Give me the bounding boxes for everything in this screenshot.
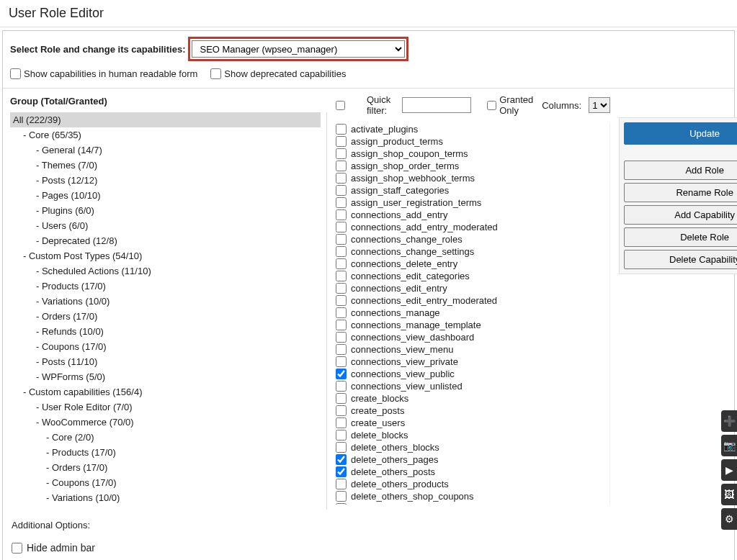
group-item[interactable]: Pages (10/10) [10, 188, 321, 203]
capability-checkbox[interactable] [336, 283, 347, 294]
capability-checkbox[interactable] [336, 430, 347, 441]
capability-checkbox[interactable] [336, 442, 347, 453]
role-select-label: Select Role and change its capabilities: [10, 44, 185, 55]
capability-row: connections_manage_template [336, 319, 604, 331]
capability-checkbox[interactable] [336, 393, 347, 404]
capability-label: assign_user_registration_terms [351, 197, 481, 208]
group-item[interactable]: Variations (10/0) [10, 294, 321, 309]
dock-icon[interactable]: ➕ [721, 410, 737, 432]
group-item[interactable]: Posts (11/10) [10, 354, 321, 369]
group-item[interactable]: Custom Post Types (54/10) [10, 248, 321, 263]
capability-checkbox[interactable] [336, 503, 347, 505]
group-item[interactable]: Products (17/0) [10, 445, 321, 460]
group-item[interactable]: Coupons (17/0) [10, 339, 321, 354]
group-header: Group (Total/Granted) [10, 93, 327, 112]
capability-row: create_posts [336, 405, 604, 417]
capability-checkbox[interactable] [336, 381, 347, 392]
capability-checkbox[interactable] [336, 307, 347, 318]
right-dock: ➕📷▶🖼⚙ [721, 410, 737, 533]
group-item[interactable]: Refunds (10/0) [10, 505, 321, 510]
capability-row: connections_view_unlisted [336, 380, 604, 392]
group-item[interactable]: WooCommerce (70/0) [10, 415, 321, 430]
select-all-checkbox[interactable] [336, 100, 345, 111]
capability-checkbox[interactable] [336, 124, 347, 135]
group-item[interactable]: Core (65/35) [10, 127, 321, 143]
deprecated-option[interactable]: Show deprecated capabilities [210, 68, 346, 79]
group-item[interactable]: User Role Editor (7/0) [10, 399, 321, 415]
group-item[interactable]: Themes (7/0) [10, 158, 321, 173]
capability-label: connections_view_private [351, 356, 458, 367]
hide-admin-bar-option[interactable]: Hide admin bar [12, 542, 725, 554]
human-readable-checkbox[interactable] [10, 68, 21, 79]
capability-checkbox[interactable] [336, 405, 347, 416]
human-readable-option[interactable]: Show capabilities in human readable form [10, 68, 197, 79]
capability-checkbox[interactable] [336, 136, 347, 147]
columns-select[interactable]: 1 [589, 97, 610, 113]
capability-row: connections_edit_entry [336, 282, 604, 294]
capability-checkbox[interactable] [336, 491, 347, 502]
group-item[interactable]: Variations (10/0) [10, 490, 321, 505]
group-item[interactable]: Custom capabilities (156/4) [10, 384, 321, 399]
update-button[interactable]: Update [624, 122, 737, 145]
capability-checkbox[interactable] [336, 258, 347, 269]
capability-label: connections_edit_categories [351, 271, 470, 281]
add-capability-button[interactable]: Add Capability [624, 205, 737, 225]
capability-label: delete_others_products [351, 479, 449, 489]
role-select[interactable]: SEO Manager (wpseo_manager) [192, 40, 405, 58]
group-item[interactable]: Refunds (10/0) [10, 324, 321, 339]
group-item[interactable]: Plugins (6/0) [10, 203, 321, 218]
capability-checkbox[interactable] [336, 417, 347, 428]
group-item[interactable]: Deprecated (12/8) [10, 233, 321, 248]
group-item[interactable]: Orders (17/0) [10, 460, 321, 475]
dock-icon[interactable]: 🖼 [721, 484, 737, 505]
group-item[interactable]: WPForms (5/0) [10, 369, 321, 384]
group-item[interactable]: Orders (17/0) [10, 309, 321, 324]
capability-row: delete_others_pages [336, 453, 604, 466]
add-role-button[interactable]: Add Role [624, 161, 737, 180]
group-item[interactable]: All (222/39) [10, 112, 321, 127]
quick-filter-input[interactable] [402, 97, 471, 113]
group-item[interactable]: Coupons (17/0) [10, 475, 321, 490]
role-select-highlight: SEO Manager (wpseo_manager) [188, 37, 408, 61]
capability-checkbox[interactable] [336, 466, 347, 477]
rename-role-button[interactable]: Rename Role [624, 183, 737, 202]
group-item[interactable]: Posts (12/12) [10, 173, 321, 188]
group-item[interactable]: Products (17/0) [10, 279, 321, 294]
capability-label: connections_view_menu [351, 344, 453, 355]
capability-checkbox[interactable] [336, 295, 347, 306]
capability-checkbox[interactable] [336, 246, 347, 257]
group-item[interactable]: Scheduled Actions (11/10) [10, 263, 321, 279]
capability-label: connections_manage_template [351, 320, 481, 330]
capability-checkbox[interactable] [336, 479, 347, 489]
capability-row: assign_product_terms [336, 135, 604, 148]
capability-checkbox[interactable] [336, 173, 347, 184]
dock-icon[interactable]: ⚙ [721, 508, 737, 530]
granted-only-checkbox[interactable] [487, 100, 496, 111]
capability-checkbox[interactable] [336, 344, 347, 355]
dock-icon[interactable]: ▶ [721, 459, 737, 481]
capability-checkbox[interactable] [336, 185, 347, 196]
capability-row: activate_plugins [336, 123, 604, 135]
group-item[interactable]: Core (2/0) [10, 430, 321, 445]
hide-admin-bar-checkbox[interactable] [12, 543, 22, 554]
capability-checkbox[interactable] [336, 332, 347, 343]
capability-checkbox[interactable] [336, 356, 347, 367]
capability-checkbox[interactable] [336, 197, 347, 208]
capability-checkbox[interactable] [336, 320, 347, 330]
capability-checkbox[interactable] [336, 234, 347, 245]
capability-checkbox[interactable] [336, 161, 347, 171]
capability-checkbox[interactable] [336, 209, 347, 220]
capability-checkbox[interactable] [336, 454, 347, 465]
delete-capability-button[interactable]: Delete Capability [624, 250, 737, 269]
group-item[interactable]: Users (6/0) [10, 218, 321, 233]
granted-only-option[interactable]: Granted Only [487, 94, 535, 116]
capability-checkbox[interactable] [336, 369, 347, 379]
delete-role-button[interactable]: Delete Role [624, 227, 737, 247]
deprecated-checkbox[interactable] [210, 68, 221, 79]
capability-checkbox[interactable] [336, 271, 347, 281]
capability-checkbox[interactable] [336, 222, 347, 232]
capability-checkbox[interactable] [336, 148, 347, 159]
group-item[interactable]: General (14/7) [10, 143, 321, 158]
capability-label: connections_view_unlisted [351, 381, 463, 392]
dock-icon[interactable]: 📷 [721, 435, 737, 456]
